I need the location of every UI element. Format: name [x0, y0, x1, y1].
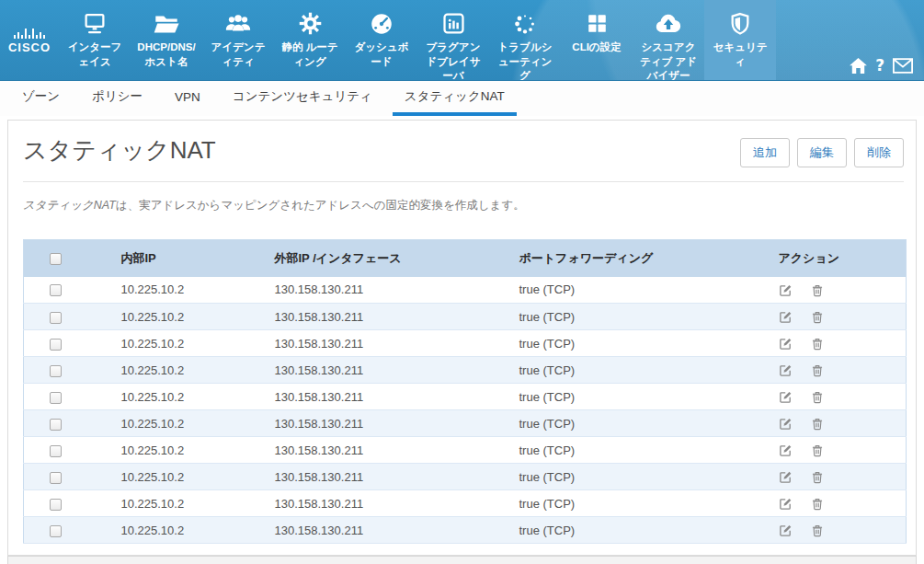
app-window: CISCO インターフ ェイス DHCP/DNS/ ホスト名 アイデンテ ィティ: [0, 0, 924, 564]
cell-port-forwarding: true (TCP): [514, 437, 773, 464]
cell-external-ip: 130.158.130.211: [269, 490, 514, 517]
cell-external-ip: 130.158.130.211: [269, 464, 514, 490]
edit-icon[interactable]: [779, 524, 793, 537]
edit-icon[interactable]: [779, 337, 793, 351]
select-all-checkbox[interactable]: [50, 253, 62, 265]
edit-icon[interactable]: [779, 310, 793, 324]
delete-icon[interactable]: [811, 497, 825, 511]
nav-label: トラブルシ ューティン グ: [489, 40, 561, 81]
row-checkbox[interactable]: [50, 525, 62, 537]
tab-label: VPN: [175, 90, 200, 104]
row-checkbox-cell: [24, 277, 116, 304]
row-checkbox-cell: [24, 357, 116, 384]
edit-icon[interactable]: [779, 283, 793, 297]
header-utilities: ?: [850, 56, 913, 75]
nav-item-dhcp-dns-hostname[interactable]: DHCP/DNS/ ホスト名: [131, 0, 202, 81]
static-nat-table: 内部IP 外部IP /インタフェース ポートフォワーディング アクション 10.…: [23, 239, 907, 544]
cisco-logo-text: CISCO: [8, 40, 51, 54]
cell-actions: [773, 517, 907, 544]
row-checkbox[interactable]: [50, 499, 62, 511]
delete-button[interactable]: 削除: [854, 138, 904, 167]
row-checkbox[interactable]: [50, 472, 62, 484]
nav-item-identity[interactable]: アイデンテ ィティ: [202, 0, 274, 81]
cell-internal-ip: 10.225.10.2: [116, 304, 269, 330]
shield-icon: [704, 8, 776, 39]
mail-icon[interactable]: [893, 58, 913, 74]
row-checkbox[interactable]: [50, 339, 62, 351]
edit-icon[interactable]: [779, 363, 793, 377]
tab-zones[interactable]: ゾーン: [10, 81, 72, 116]
delete-icon[interactable]: [811, 470, 825, 484]
delete-icon[interactable]: [811, 524, 825, 537]
nav-item-static-routing[interactable]: 静的 ルーテ ィング: [274, 0, 346, 81]
description-term: スタティックNAT: [23, 199, 116, 212]
tab-content-security[interactable]: コンテンツセキュリティ: [221, 81, 384, 116]
nav-item-security[interactable]: セキュリテ ィ: [704, 0, 776, 81]
nav-item-cli-settings[interactable]: CLIの設定: [561, 0, 633, 81]
table-row: 10.225.10.2 130.158.130.211 true (TCP): [24, 490, 907, 517]
home-icon[interactable]: [850, 58, 867, 74]
gear-icon: [274, 8, 346, 39]
row-checkbox[interactable]: [50, 445, 62, 457]
nav-item-interfaces[interactable]: インターフ ェイス: [59, 0, 131, 81]
table-row: 10.225.10.2 130.158.130.211 true (TCP): [24, 437, 907, 464]
nav-item-dashboard[interactable]: ダッシュボ ード: [346, 0, 417, 81]
row-checkbox[interactable]: [50, 392, 62, 404]
page-description: スタティックNATは、実アドレスからマッピングされたアドレスへの固定的変換を作成…: [23, 198, 525, 213]
delete-icon[interactable]: [811, 363, 825, 377]
row-checkbox[interactable]: [50, 419, 62, 431]
cell-external-ip: 130.158.130.211: [269, 304, 514, 330]
nav-label: DHCP/DNS/ ホスト名: [131, 40, 202, 69]
table-row: 10.225.10.2 130.158.130.211 true (TCP): [24, 304, 907, 330]
col-port-forwarding: ポートフォワーディング: [514, 240, 773, 277]
row-checkbox[interactable]: [50, 365, 62, 377]
tab-static-nat[interactable]: スタティックNAT: [393, 81, 517, 116]
users-icon: [202, 8, 274, 39]
edit-icon[interactable]: [779, 443, 793, 457]
cell-external-ip: 130.158.130.211: [269, 277, 514, 304]
title-divider: [23, 181, 904, 182]
cell-actions: [773, 277, 907, 304]
nav-item-troubleshooting[interactable]: トラブルシ ューティン グ: [489, 0, 561, 81]
nav-label: 静的 ルーテ ィング: [274, 40, 346, 69]
table-header: 内部IP 外部IP /インタフェース ポートフォワーディング アクション: [24, 240, 907, 277]
next-section-strip: [7, 556, 917, 564]
table-toolbar: 追加 編集 削除: [740, 138, 904, 167]
row-checkbox[interactable]: [50, 312, 62, 324]
row-checkbox-cell: [24, 330, 116, 357]
delete-icon[interactable]: [811, 310, 825, 324]
tab-label: コンテンツセキュリティ: [233, 88, 372, 105]
nav-item-cisco-active-advisor[interactable]: シスコアク ティブ アド バイザー: [633, 0, 704, 81]
edit-icon[interactable]: [779, 390, 793, 404]
edit-icon[interactable]: [779, 497, 793, 511]
add-button[interactable]: 追加: [740, 138, 790, 167]
cell-port-forwarding: true (TCP): [514, 330, 773, 357]
nav-label: インターフ ェイス: [59, 40, 131, 69]
delete-icon[interactable]: [811, 443, 825, 457]
delete-icon[interactable]: [811, 337, 825, 351]
nav-label: ダッシュボ ード: [346, 40, 417, 69]
row-checkbox-cell: [24, 490, 116, 517]
top-navigation-bar: CISCO インターフ ェイス DHCP/DNS/ ホスト名 アイデンテ ィティ: [0, 0, 924, 81]
edit-button[interactable]: 編集: [797, 138, 847, 167]
row-checkbox[interactable]: [50, 284, 62, 296]
cell-port-forwarding: true (TCP): [514, 517, 773, 544]
cloud-upload-icon: [633, 8, 704, 39]
cell-external-ip: 130.158.130.211: [269, 357, 514, 384]
tab-policy[interactable]: ポリシー: [80, 81, 154, 116]
top-nav-tiles: インターフ ェイス DHCP/DNS/ ホスト名 アイデンテ ィティ 静的 ルー…: [59, 0, 776, 81]
nav-item-plug-and-play-server[interactable]: プラグアン ドプレイサ ーバ: [417, 0, 489, 81]
nav-label: シスコアク ティブ アド バイザー: [633, 40, 704, 81]
nav-label: CLIの設定: [561, 40, 633, 55]
tab-vpn[interactable]: VPN: [163, 81, 212, 116]
laptop-icon: [59, 8, 131, 39]
delete-icon[interactable]: [811, 417, 825, 431]
edit-icon[interactable]: [779, 470, 793, 484]
help-icon[interactable]: ?: [875, 56, 884, 75]
delete-icon[interactable]: [811, 283, 825, 297]
edit-icon[interactable]: [779, 417, 793, 431]
delete-icon[interactable]: [811, 390, 825, 404]
cell-internal-ip: 10.225.10.2: [116, 384, 269, 410]
spinner-dots-icon: [489, 8, 561, 39]
cell-actions: [773, 384, 907, 410]
